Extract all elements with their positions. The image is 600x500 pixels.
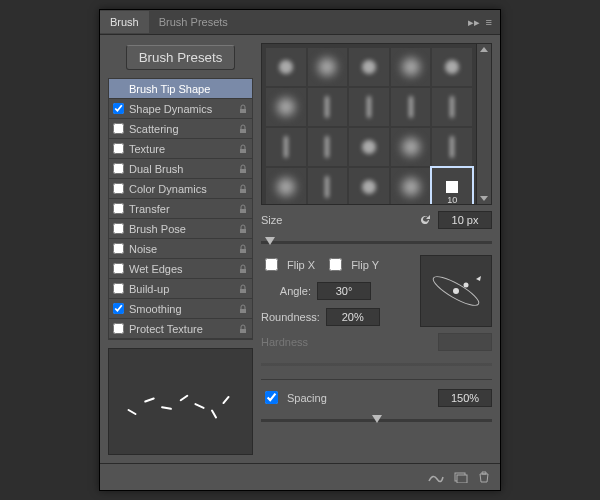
scroll-up-icon[interactable]: [480, 47, 488, 52]
option-checkbox[interactable]: [113, 203, 124, 214]
svg-point-13: [453, 288, 459, 294]
option-label: Color Dynamics: [129, 183, 233, 195]
option-brush-pose[interactable]: Brush Pose: [109, 219, 252, 239]
toggle-preview-icon[interactable]: [428, 471, 444, 483]
brush-panel: Brush Brush Presets ▸▸ ≡ Brush Presets B…: [99, 9, 501, 491]
option-brush-tip-shape[interactable]: Brush Tip Shape: [109, 79, 252, 99]
lock-icon[interactable]: [238, 124, 248, 134]
panel-footer: [100, 463, 500, 490]
spacing-checkbox[interactable]: Spacing: [261, 388, 327, 407]
option-wet-edges[interactable]: Wet Edges: [109, 259, 252, 279]
options-list: Brush Tip ShapeShape DynamicsScatteringT…: [108, 78, 253, 340]
lock-icon[interactable]: [238, 304, 248, 314]
left-column: Brush Presets Brush Tip ShapeShape Dynam…: [108, 43, 253, 455]
reset-size-icon[interactable]: [418, 214, 432, 226]
lock-icon[interactable]: [238, 104, 248, 114]
svg-rect-9: [240, 289, 246, 293]
option-label: Texture: [129, 143, 233, 155]
angle-control[interactable]: [420, 255, 492, 327]
lock-icon[interactable]: [238, 144, 248, 154]
hardness-slider: [261, 357, 492, 371]
lock-icon[interactable]: [238, 324, 248, 334]
svg-rect-16: [457, 475, 467, 483]
option-checkbox[interactable]: [113, 223, 124, 234]
svg-rect-10: [240, 309, 246, 313]
roundness-field[interactable]: [326, 308, 380, 326]
new-preset-icon[interactable]: [454, 471, 468, 483]
option-label: Dual Brush: [129, 163, 233, 175]
svg-rect-7: [240, 249, 246, 253]
size-row: Size: [261, 211, 492, 229]
brush-thumb-selected[interactable]: 10: [432, 168, 472, 204]
option-checkbox[interactable]: [113, 103, 124, 114]
svg-rect-4: [240, 189, 246, 193]
option-checkbox[interactable]: [113, 123, 124, 134]
tab-brush[interactable]: Brush: [100, 11, 149, 33]
spacing-field[interactable]: [438, 389, 492, 407]
grid-scrollbar[interactable]: [476, 44, 491, 204]
lock-icon[interactable]: [238, 204, 248, 214]
angle-field[interactable]: [317, 282, 371, 300]
option-checkbox[interactable]: [113, 303, 124, 314]
option-scattering[interactable]: Scattering: [109, 119, 252, 139]
option-protect-texture[interactable]: Protect Texture: [109, 319, 252, 339]
option-label: Shape Dynamics: [129, 103, 233, 115]
option-label: Noise: [129, 243, 233, 255]
brush-grid: 10: [261, 43, 492, 205]
option-shape-dynamics[interactable]: Shape Dynamics: [109, 99, 252, 119]
brush-thumbnails[interactable]: 10: [262, 44, 476, 204]
menu-icon[interactable]: ≡: [486, 16, 492, 29]
option-label: Brush Tip Shape: [129, 83, 248, 95]
svg-rect-11: [240, 329, 246, 333]
svg-rect-3: [240, 169, 246, 173]
svg-rect-5: [240, 209, 246, 213]
option-transfer[interactable]: Transfer: [109, 199, 252, 219]
option-noise[interactable]: Noise: [109, 239, 252, 259]
size-field[interactable]: [438, 211, 492, 229]
lock-icon[interactable]: [238, 244, 248, 254]
lock-icon[interactable]: [238, 284, 248, 294]
tab-bar: Brush Brush Presets ▸▸ ≡: [100, 10, 500, 35]
size-slider[interactable]: [261, 235, 492, 249]
lock-icon[interactable]: [238, 184, 248, 194]
option-checkbox[interactable]: [113, 283, 124, 294]
spacing-row: Spacing: [261, 388, 492, 407]
lock-icon[interactable]: [238, 164, 248, 174]
lock-icon[interactable]: [238, 224, 248, 234]
tab-brush-presets[interactable]: Brush Presets: [149, 11, 238, 33]
svg-point-14: [464, 283, 469, 288]
option-texture[interactable]: Texture: [109, 139, 252, 159]
option-checkbox[interactable]: [113, 183, 124, 194]
option-label: Smoothing: [129, 303, 233, 315]
stroke-preview: [108, 348, 253, 455]
trash-icon[interactable]: [478, 471, 490, 483]
option-build-up[interactable]: Build-up: [109, 279, 252, 299]
svg-rect-1: [240, 129, 246, 133]
option-smoothing[interactable]: Smoothing: [109, 299, 252, 319]
spacing-slider[interactable]: [261, 413, 492, 427]
scroll-down-icon[interactable]: [480, 196, 488, 201]
size-label: Size: [261, 214, 412, 226]
toggle-icon[interactable]: ▸▸: [468, 16, 480, 29]
svg-rect-2: [240, 149, 246, 153]
svg-rect-8: [240, 269, 246, 273]
brush-presets-button[interactable]: Brush Presets: [126, 45, 236, 70]
option-dual-brush[interactable]: Dual Brush: [109, 159, 252, 179]
option-checkbox[interactable]: [113, 323, 124, 334]
option-checkbox[interactable]: [113, 263, 124, 274]
flip-y-checkbox[interactable]: Flip Y: [325, 255, 379, 274]
right-column: 10 Size Flip X Flip Y Angle: Roundness:: [261, 43, 492, 455]
lock-icon[interactable]: [238, 264, 248, 274]
flip-x-checkbox[interactable]: Flip X: [261, 255, 315, 274]
option-color-dynamics[interactable]: Color Dynamics: [109, 179, 252, 199]
option-label: Brush Pose: [129, 223, 233, 235]
svg-rect-0: [240, 109, 246, 113]
option-label: Protect Texture: [129, 323, 233, 335]
option-checkbox[interactable]: [113, 143, 124, 154]
option-label: Scattering: [129, 123, 233, 135]
angle-label: Angle:: [261, 285, 311, 297]
option-label: Wet Edges: [129, 263, 233, 275]
option-checkbox[interactable]: [113, 243, 124, 254]
option-label: Build-up: [129, 283, 233, 295]
option-checkbox[interactable]: [113, 163, 124, 174]
